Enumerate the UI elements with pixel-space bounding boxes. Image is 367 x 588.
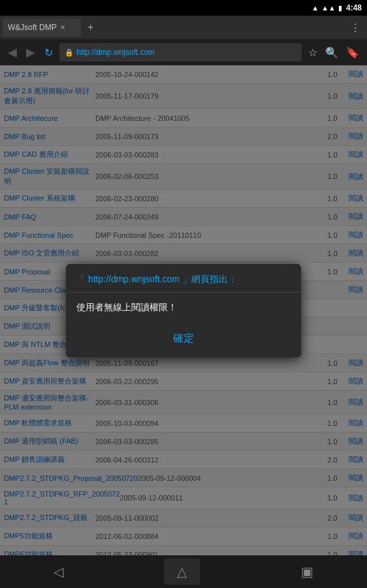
bottom-navigation-bar: ◁ △ ▣ — [0, 555, 367, 588]
tab-bar: W&Jsoft DMP × + ⋮ — [0, 16, 367, 39]
reload-button[interactable]: ↻ — [42, 44, 56, 61]
status-bar: ▲ ▲▲ ▮ 4:48 — [0, 0, 367, 16]
address-bar: ◀ ▶ ↻ 🔒 http://dmp.wnjsoft.com ☆ 🔍 🔖 — [0, 39, 367, 65]
dialog-url: 「 http://dmp.wnjsoft.com 」網頁指出： — [76, 274, 237, 284]
url-text: http://dmp.wnjsoft.com — [76, 48, 155, 57]
active-tab[interactable]: W&Jsoft DMP × — [3, 18, 81, 37]
dialog-overlay: 「 http://dmp.wnjsoft.com 」網頁指出： 使用者無線上閱讀… — [0, 65, 367, 555]
address-actions: ☆ 🔍 🔖 — [306, 44, 362, 61]
new-tab-button[interactable]: + — [84, 22, 97, 33]
wifi-icon: ▲ — [311, 4, 319, 12]
dialog-body: 使用者無線上閱讀權限！ — [66, 293, 301, 323]
bookmark-icon[interactable]: ☆ — [306, 44, 320, 61]
system-recent-button[interactable]: ▣ — [295, 557, 320, 586]
dialog-confirm-button[interactable]: 確定 — [153, 328, 214, 350]
content-area: DMP 2.8 RFP2005-10-24-0001421.0閱讀DMP 2.8… — [0, 65, 367, 555]
dialog-header: 「 http://dmp.wnjsoft.com 」網頁指出： — [66, 264, 301, 293]
system-back-button[interactable]: ◁ — [47, 557, 70, 586]
tab-close-button[interactable]: × — [61, 23, 65, 32]
signal-icon: ▲▲ — [321, 4, 336, 12]
save-icon[interactable]: 🔖 — [343, 44, 362, 61]
forward-button[interactable]: ▶ — [24, 42, 38, 62]
dialog-footer: 確定 — [66, 323, 301, 357]
browser-menu-button[interactable]: ⋮ — [346, 22, 364, 34]
system-home-button[interactable]: △ — [164, 559, 200, 585]
dialog-message: 使用者無線上閱讀權限！ — [76, 302, 177, 312]
url-bar[interactable]: 🔒 http://dmp.wnjsoft.com — [59, 43, 302, 61]
battery-icon: ▮ — [338, 4, 342, 12]
url-lock-icon: 🔒 — [65, 48, 74, 57]
back-button[interactable]: ◀ — [5, 42, 20, 62]
search-icon[interactable]: 🔍 — [323, 44, 341, 61]
status-time: 4:48 — [346, 3, 362, 12]
alert-dialog: 「 http://dmp.wnjsoft.com 」網頁指出： 使用者無線上閱讀… — [66, 264, 301, 357]
status-icons: ▲ ▲▲ ▮ — [311, 4, 342, 12]
tab-title: W&Jsoft DMP — [8, 23, 57, 32]
